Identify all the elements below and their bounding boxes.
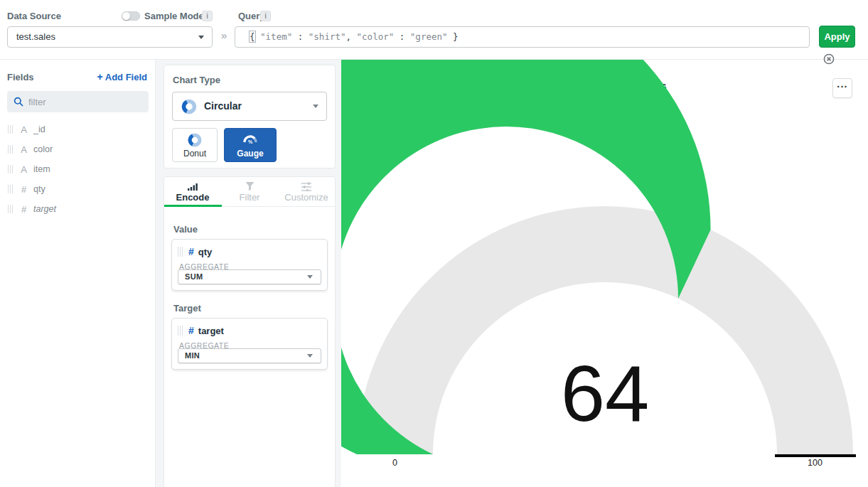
chevrons-separator: » (221, 29, 227, 41)
bar-chart-icon (187, 181, 198, 191)
encoded-field-name: target (198, 326, 224, 336)
field-row-color[interactable]: color (0, 139, 155, 159)
query-input[interactable]: { "item" : "shirt", "color" : "green" } (235, 26, 810, 48)
drag-handle-icon[interactable] (178, 326, 183, 336)
chart-category-value: Circular (204, 92, 242, 120)
sample-mode-toggle[interactable] (122, 11, 140, 21)
donut-type-label: Donut (183, 149, 206, 159)
field-card-header: target (172, 319, 327, 336)
query-text-token: "color" (357, 31, 400, 42)
number-type-icon (188, 246, 194, 257)
query-text-token: : (298, 31, 309, 42)
field-name: target (33, 204, 56, 214)
target-section-label: Target (173, 303, 201, 314)
fields-title: Fields (7, 72, 34, 82)
query-text-token: "green" (410, 31, 448, 42)
gauge-value-number: 64 (561, 349, 650, 438)
tab-bar: Encode Filter Customize (164, 177, 335, 207)
chevron-down-icon (198, 36, 204, 39)
active-tab-underline (164, 205, 222, 207)
chevron-down-icon (313, 105, 318, 108)
drag-handle-icon[interactable] (178, 247, 183, 257)
field-list: _id color item qty target (0, 119, 155, 219)
aggregate-value: SUM (185, 272, 203, 281)
field-card-header: qty (172, 240, 327, 257)
string-type-icon (18, 124, 29, 135)
sliders-icon (301, 181, 312, 191)
gauge-type-label: Gauge (237, 149, 263, 159)
data-source-value: test.sales (16, 27, 55, 47)
tab-filter[interactable]: Filter (221, 177, 278, 206)
encoded-field-name: qty (198, 247, 213, 257)
gauge-type-button[interactable]: % Gauge (224, 128, 277, 162)
top-bar: Data Source Sample Mode i Query i test.s… (0, 0, 868, 60)
gauge-min-label: 0 (392, 458, 397, 468)
clear-query-icon[interactable] (791, 32, 803, 43)
aggregate-value: MIN (185, 351, 200, 360)
query-info-icon[interactable]: i (260, 11, 271, 21)
chart-preview-panel: Monthly Green Shirt Sales ··· 64 0 100 (341, 60, 868, 487)
chart-category-select[interactable]: Circular (172, 92, 327, 121)
drag-handle-icon[interactable] (8, 185, 13, 193)
chevron-down-icon (307, 354, 313, 358)
field-name: qty (33, 184, 45, 194)
donut-chart-icon (187, 132, 203, 148)
sample-mode-label: Sample Mode (144, 11, 204, 21)
field-name: item (33, 164, 50, 174)
field-row-id[interactable]: _id (0, 119, 155, 139)
field-filter-box (7, 91, 149, 112)
chevron-down-icon (307, 275, 313, 279)
query-text-token: : (400, 31, 410, 42)
toggle-knob (122, 12, 130, 20)
field-row-qty[interactable]: qty (0, 179, 155, 199)
svg-text:%: % (248, 139, 253, 144)
main-area: Fields Add Field _id color item (0, 60, 868, 487)
drag-handle-icon[interactable] (8, 205, 13, 213)
fields-panel: Fields Add Field _id color item (0, 60, 156, 487)
data-source-select[interactable]: test.sales (7, 26, 213, 48)
data-source-label: Data Source (7, 11, 61, 21)
tab-customize[interactable]: Customize (278, 177, 335, 206)
value-aggregate-select[interactable]: SUM (178, 269, 321, 284)
field-name: color (33, 144, 53, 154)
query-text-token: , (346, 31, 357, 42)
add-field-label: Add Field (105, 72, 147, 82)
query-text-token: } (448, 31, 459, 42)
funnel-icon (245, 181, 255, 191)
value-section-label: Value (173, 224, 198, 235)
string-type-icon (18, 164, 29, 175)
tab-label: Encode (176, 192, 210, 203)
field-row-item[interactable]: item (0, 159, 155, 179)
number-type-icon (18, 204, 29, 215)
donut-type-button[interactable]: Donut (172, 128, 218, 162)
target-field-card[interactable]: target AGGREGATE MIN (171, 318, 328, 370)
add-field-button[interactable]: Add Field (97, 71, 147, 82)
chart-type-label: Chart Type (173, 75, 220, 85)
string-type-icon (18, 144, 29, 155)
sample-mode-info-icon[interactable]: i (202, 11, 213, 21)
value-field-card[interactable]: qty AGGREGATE SUM (171, 239, 328, 291)
drag-handle-icon[interactable] (8, 145, 13, 154)
tab-label: Filter (240, 192, 260, 203)
apply-button[interactable]: Apply (819, 26, 855, 48)
chart-type-buttons: Donut % Gauge (172, 128, 277, 162)
field-row-target[interactable]: target (0, 199, 155, 219)
target-aggregate-select[interactable]: MIN (178, 348, 321, 363)
number-type-icon (188, 325, 194, 336)
search-icon (14, 97, 23, 107)
query-text-token: "shirt" (309, 31, 346, 42)
gauge-chart-icon: % (242, 132, 259, 148)
plus-icon (97, 71, 103, 82)
field-name: _id (33, 124, 45, 134)
gauge-max-label: 100 (808, 458, 823, 468)
donut-chart-icon (181, 98, 198, 115)
gauge-chart: 64 0 100 (341, 60, 868, 487)
number-type-icon (18, 184, 29, 195)
encode-card: Encode Filter Customize Value (164, 176, 336, 487)
query-text-token: { (250, 31, 255, 42)
drag-handle-icon[interactable] (8, 165, 13, 173)
tab-encode[interactable]: Encode (164, 177, 221, 206)
tab-label: Customize (284, 192, 328, 203)
drag-handle-icon[interactable] (8, 125, 13, 134)
field-filter-input[interactable] (28, 91, 142, 112)
